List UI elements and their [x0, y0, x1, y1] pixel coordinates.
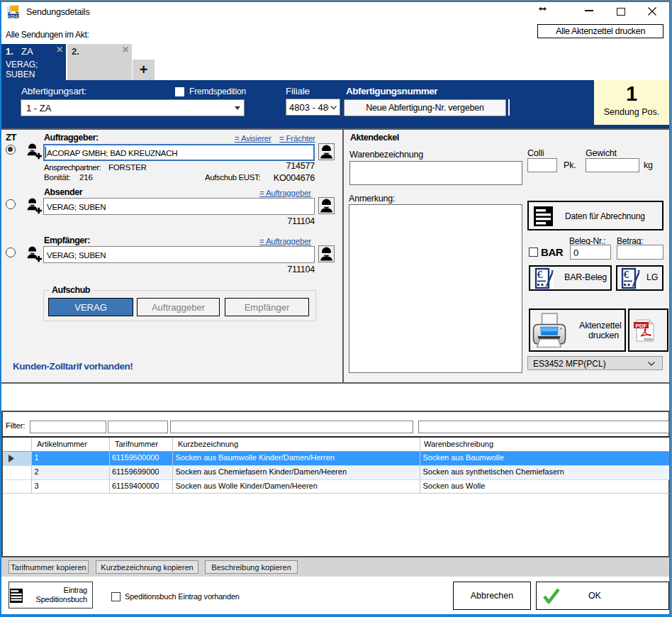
svg-text:€: €	[624, 269, 629, 280]
svg-text:PDF: PDF	[636, 323, 647, 329]
svg-text:€: €	[537, 269, 543, 280]
svg-text:Adobe: Adobe	[644, 338, 654, 341]
svg-text:AS542: AS542	[8, 14, 20, 18]
